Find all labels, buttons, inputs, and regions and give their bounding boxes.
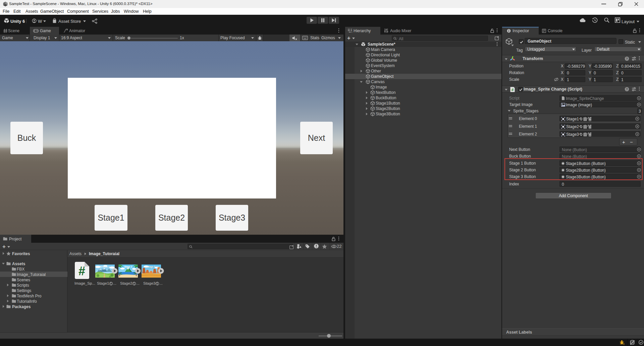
svg-text:STAGE 1: STAGE 1 xyxy=(100,266,110,268)
svg-text:#: # xyxy=(512,88,514,92)
svg-text:?: ? xyxy=(626,88,628,91)
svg-text:?: ? xyxy=(626,57,628,60)
svg-text:Stage 3: Stage 3 xyxy=(147,266,155,268)
svg-text:#: # xyxy=(78,264,85,278)
svg-text:!: ! xyxy=(624,343,625,345)
svg-text:Stage 2: Stage 2 xyxy=(124,266,132,268)
